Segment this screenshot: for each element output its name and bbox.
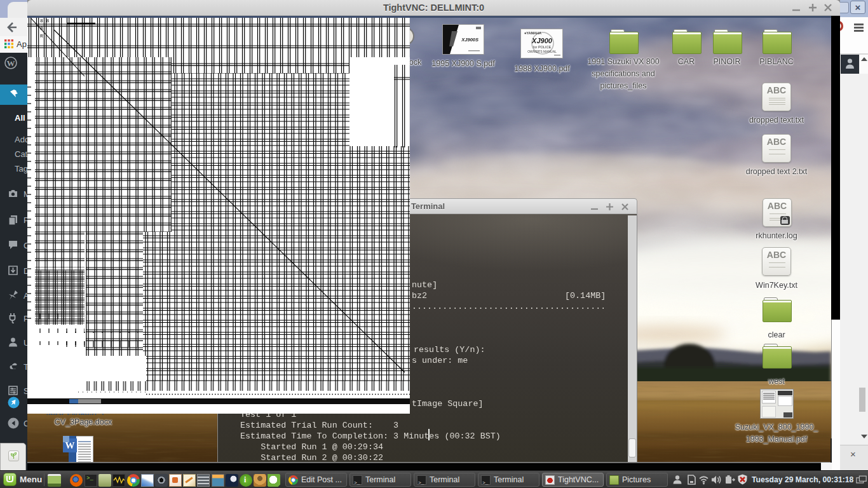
svg-text:for POLICE: for POLICE xyxy=(533,45,551,49)
svg-text:W: W xyxy=(7,58,15,68)
svg-text:8: 8 xyxy=(40,25,43,31)
svg-text:8 8: 8 8 xyxy=(40,18,50,24)
svg-text:OWNER'S MANUAL: OWNER'S MANUAL xyxy=(527,50,557,53)
svg-text:R: R xyxy=(40,33,43,39)
svg-text:XJ900: XJ900 xyxy=(531,37,553,44)
svg-text:●YAMAHA: ●YAMAHA xyxy=(524,31,541,35)
svg-text:XJ900S: XJ900S xyxy=(461,37,478,43)
